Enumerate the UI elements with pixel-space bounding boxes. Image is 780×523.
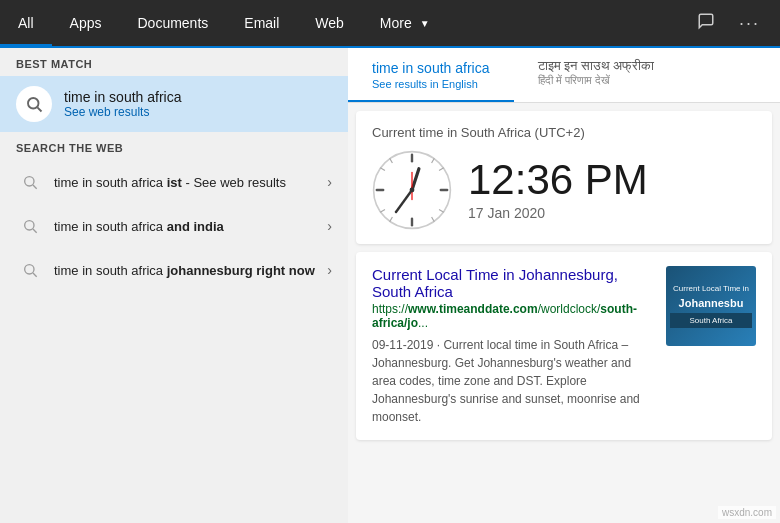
url-bold: www.timeanddate.com: [408, 302, 538, 316]
thumb-city: Johannesbu: [679, 297, 744, 309]
web-result-snippet: 09-11-2019 · Current local time in South…: [372, 336, 654, 426]
clock-time-block: 12:36 PM 17 Jan 2020: [468, 159, 648, 221]
svg-line-1: [37, 107, 41, 111]
suggestion-text-2: time in south africa and india: [54, 219, 317, 234]
suggestion-search-icon-2: [16, 212, 44, 240]
suggestion-arrow-2: ›: [327, 218, 332, 234]
clock-content: 12:36 PM 17 Jan 2020: [372, 150, 756, 230]
web-result-text: Current Local Time in Johannesburg, Sout…: [372, 266, 654, 426]
suggestion-search-icon-1: [16, 168, 44, 196]
clock-date: 17 Jan 2020: [468, 205, 648, 221]
left-panel: Best match time in south africa See web …: [0, 48, 348, 523]
svg-line-3: [33, 185, 37, 189]
svg-line-5: [33, 229, 37, 233]
nav-tab-apps[interactable]: Apps: [52, 0, 120, 47]
clock-card-title: Current time in South Africa (UTC+2): [372, 125, 756, 140]
clock-card: Current time in South Africa (UTC+2): [356, 111, 772, 244]
search-icon-circle: [16, 86, 52, 122]
nav-tab-all[interactable]: All: [0, 0, 52, 47]
clock-time: 12:36 PM: [468, 159, 648, 201]
main-content: Best match time in south africa See web …: [0, 48, 780, 523]
nav-right-actions: ···: [689, 8, 780, 38]
suggestion-arrow-1: ›: [327, 174, 332, 190]
suggestion-item-3[interactable]: time in south africa johannesburg right …: [0, 248, 348, 292]
feedback-icon[interactable]: [689, 8, 723, 38]
best-match-title: time in south africa: [64, 89, 182, 105]
svg-point-2: [25, 177, 34, 186]
web-result-card: Current Local Time in Johannesburg, Sout…: [356, 252, 772, 440]
suggestion-arrow-3: ›: [327, 262, 332, 278]
search-icon: [25, 95, 43, 113]
svg-line-7: [33, 273, 37, 277]
thumb-bar: South Africa: [670, 313, 752, 328]
web-result-link[interactable]: Current Local Time in Johannesburg, Sout…: [372, 266, 654, 300]
svg-point-4: [25, 221, 34, 230]
url-prefix: https://: [372, 302, 408, 316]
tab-english[interactable]: time in south africa See results in Engl…: [348, 48, 514, 102]
suggestion-text-1: time in south africa ist - See web resul…: [54, 175, 317, 190]
best-match-subtitle[interactable]: See web results: [64, 105, 182, 119]
tab-hindi[interactable]: टाइम इन साउथ अफ्रीका हिंदी में परिणाम दे…: [514, 48, 679, 102]
nav-tab-email[interactable]: Email: [226, 0, 297, 47]
svg-point-6: [25, 265, 34, 274]
suggestion-search-icon-3: [16, 256, 44, 284]
svg-point-25: [410, 188, 415, 193]
watermark: wsxdn.com: [718, 506, 776, 519]
nav-tab-more[interactable]: More ▼: [362, 0, 448, 47]
suggestion-text-3: time in south africa johannesburg right …: [54, 263, 317, 278]
right-panel-tabs: time in south africa See results in Engl…: [348, 48, 780, 103]
analog-clock: [372, 150, 452, 230]
suggestion-item-1[interactable]: time in south africa ist - See web resul…: [0, 160, 348, 204]
top-navigation: All Apps Documents Email Web More ▼ ···: [0, 0, 780, 48]
right-panel: time in south africa See results in Engl…: [348, 48, 780, 523]
best-match-label: Best match: [0, 48, 348, 76]
web-result-url: https://www.timeanddate.com/worldclock/s…: [372, 302, 654, 330]
more-options-icon[interactable]: ···: [731, 9, 768, 38]
chevron-down-icon: ▼: [420, 18, 430, 29]
best-match-item[interactable]: time in south africa See web results: [0, 76, 348, 132]
thumb-title: Current Local Time in: [673, 284, 749, 294]
svg-point-0: [28, 98, 39, 109]
suggestion-item-2[interactable]: time in south africa and india ›: [0, 204, 348, 248]
nav-tab-documents[interactable]: Documents: [119, 0, 226, 47]
nav-tab-web[interactable]: Web: [297, 0, 362, 47]
web-result-thumbnail: Current Local Time in Johannesbu South A…: [666, 266, 756, 346]
search-web-label: Search the web: [0, 132, 348, 160]
best-match-text: time in south africa See web results: [64, 89, 182, 119]
